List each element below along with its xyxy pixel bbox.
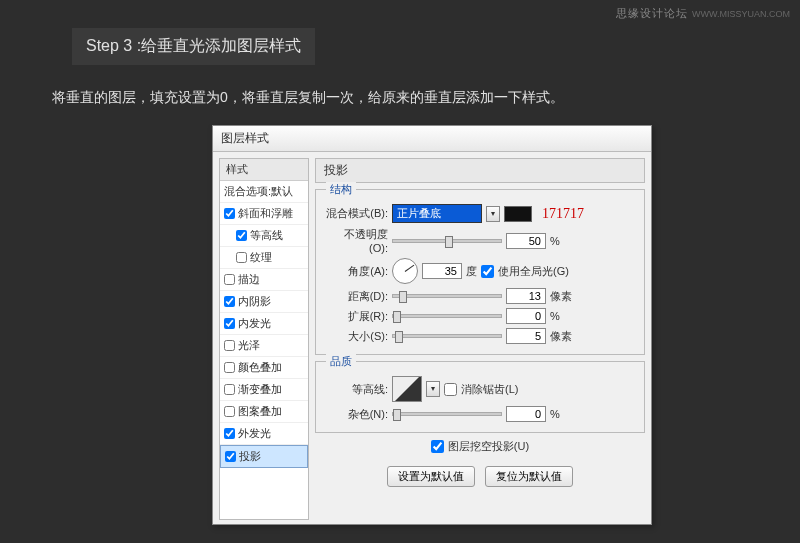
contour-picker[interactable]	[392, 376, 422, 402]
sidebar-item-9[interactable]: 图案叠加	[220, 401, 308, 423]
sidebar-item-label: 纹理	[250, 250, 272, 265]
sidebar-item-label: 图案叠加	[238, 404, 282, 419]
sidebar-item-label: 颜色叠加	[238, 360, 282, 375]
layer-style-dialog: 图层样式 样式 混合选项:默认 斜面和浮雕等高线纹理描边内阴影内发光光泽颜色叠加…	[212, 125, 652, 525]
size-input[interactable]	[506, 328, 546, 344]
step-title: Step 3 :给垂直光添加图层样式	[72, 28, 315, 65]
sidebar-item-label: 投影	[239, 449, 261, 464]
dialog-title: 图层样式	[213, 126, 651, 152]
size-slider[interactable]	[392, 334, 502, 338]
structure-label: 结构	[326, 182, 356, 197]
noise-input[interactable]	[506, 406, 546, 422]
distance-slider[interactable]	[392, 294, 502, 298]
size-label: 大小(S):	[326, 329, 388, 344]
sidebar-item-2[interactable]: 纹理	[220, 247, 308, 269]
knockout-label: 图层挖空投影(U)	[448, 439, 529, 454]
sidebar-item-label: 等高线	[250, 228, 283, 243]
sidebar-item-label: 描边	[238, 272, 260, 287]
blend-mode-dropdown-icon[interactable]: ▾	[486, 206, 500, 222]
noise-slider[interactable]	[392, 412, 502, 416]
styles-sidebar: 样式 混合选项:默认 斜面和浮雕等高线纹理描边内阴影内发光光泽颜色叠加渐变叠加图…	[219, 158, 309, 520]
shadow-color-swatch[interactable]	[504, 206, 532, 222]
sidebar-item-label: 内阴影	[238, 294, 271, 309]
sidebar-item-label: 外发光	[238, 426, 271, 441]
sidebar-item-10[interactable]: 外发光	[220, 423, 308, 445]
angle-input[interactable]	[422, 263, 462, 279]
sidebar-item-checkbox[interactable]	[236, 252, 247, 263]
sidebar-item-checkbox[interactable]	[224, 340, 235, 351]
make-default-button[interactable]: 设置为默认值	[387, 466, 475, 487]
angle-label: 角度(A):	[326, 264, 388, 279]
step-description: 将垂直的图层，填充设置为0，将垂直层复制一次，给原来的垂直层添加一下样式。	[52, 89, 800, 107]
blend-mode-select[interactable]: 正片叠底	[392, 204, 482, 223]
spread-label: 扩展(R):	[326, 309, 388, 324]
opacity-slider[interactable]	[392, 239, 502, 243]
sidebar-item-3[interactable]: 描边	[220, 269, 308, 291]
quality-label: 品质	[326, 354, 356, 369]
sidebar-item-label: 渐变叠加	[238, 382, 282, 397]
sidebar-item-0[interactable]: 斜面和浮雕	[220, 203, 308, 225]
noise-unit: %	[550, 408, 560, 420]
sidebar-item-7[interactable]: 颜色叠加	[220, 357, 308, 379]
noise-label: 杂色(N):	[326, 407, 388, 422]
opacity-input[interactable]	[506, 233, 546, 249]
sidebar-item-4[interactable]: 内阴影	[220, 291, 308, 313]
sidebar-item-checkbox[interactable]	[224, 208, 235, 219]
reset-default-button[interactable]: 复位为默认值	[485, 466, 573, 487]
sidebar-item-checkbox[interactable]	[224, 428, 235, 439]
sidebar-item-8[interactable]: 渐变叠加	[220, 379, 308, 401]
sidebar-item-1[interactable]: 等高线	[220, 225, 308, 247]
color-hex-annotation: 171717	[542, 206, 584, 222]
sidebar-item-checkbox[interactable]	[225, 451, 236, 462]
watermark: 思缘设计论坛WWW.MISSYUAN.COM	[616, 6, 790, 21]
panel-title: 投影	[315, 158, 645, 183]
angle-picker[interactable]	[392, 258, 418, 284]
angle-unit: 度	[466, 264, 477, 279]
antialias-label: 消除锯齿(L)	[461, 382, 518, 397]
sidebar-item-11[interactable]: 投影	[220, 445, 308, 468]
distance-label: 距离(D):	[326, 289, 388, 304]
antialias-checkbox[interactable]	[444, 383, 457, 396]
sidebar-item-checkbox[interactable]	[224, 296, 235, 307]
global-light-checkbox[interactable]	[481, 265, 494, 278]
knockout-checkbox[interactable]	[431, 440, 444, 453]
sidebar-item-5[interactable]: 内发光	[220, 313, 308, 335]
sidebar-header: 样式	[220, 159, 308, 181]
blend-mode-label: 混合模式(B):	[326, 206, 388, 221]
contour-dropdown-icon[interactable]: ▾	[426, 381, 440, 397]
sidebar-item-label: 斜面和浮雕	[238, 206, 293, 221]
spread-input[interactable]	[506, 308, 546, 324]
sidebar-item-checkbox[interactable]	[224, 274, 235, 285]
sidebar-item-checkbox[interactable]	[224, 362, 235, 373]
structure-group: 结构 混合模式(B): 正片叠底 ▾ 171717 不透明度(O): % 角度(…	[315, 189, 645, 355]
sidebar-item-checkbox[interactable]	[236, 230, 247, 241]
spread-slider[interactable]	[392, 314, 502, 318]
distance-unit: 像素	[550, 289, 572, 304]
sidebar-item-label: 光泽	[238, 338, 260, 353]
sidebar-item-checkbox[interactable]	[224, 318, 235, 329]
opacity-unit: %	[550, 235, 560, 247]
opacity-label: 不透明度(O):	[326, 227, 388, 254]
contour-label: 等高线:	[326, 382, 388, 397]
size-unit: 像素	[550, 329, 572, 344]
sidebar-item-checkbox[interactable]	[224, 384, 235, 395]
spread-unit: %	[550, 310, 560, 322]
sidebar-item-label: 内发光	[238, 316, 271, 331]
sidebar-blend-options[interactable]: 混合选项:默认	[220, 181, 308, 203]
sidebar-item-6[interactable]: 光泽	[220, 335, 308, 357]
distance-input[interactable]	[506, 288, 546, 304]
sidebar-item-checkbox[interactable]	[224, 406, 235, 417]
global-light-label: 使用全局光(G)	[498, 264, 569, 279]
quality-group: 品质 等高线: ▾ 消除锯齿(L) 杂色(N): %	[315, 361, 645, 433]
